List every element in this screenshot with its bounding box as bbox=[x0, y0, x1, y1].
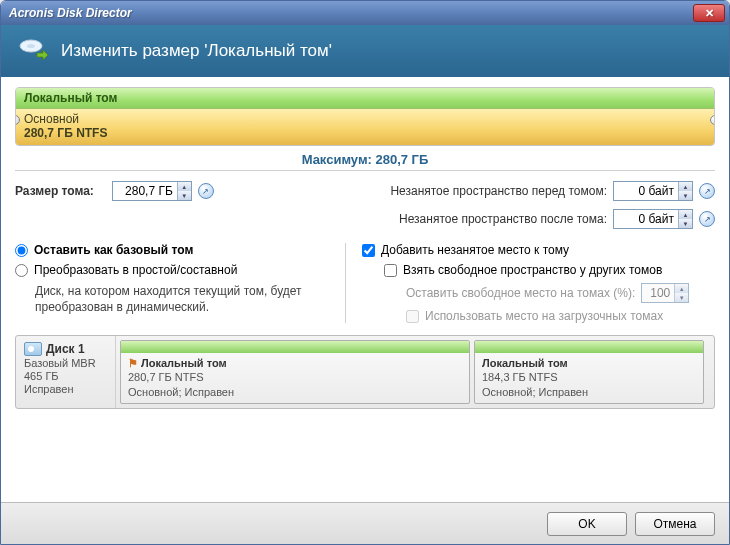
spinner-up-icon[interactable]: ▲ bbox=[679, 210, 692, 219]
volume-bar bbox=[121, 341, 469, 353]
dialog-footer: OK Отмена bbox=[1, 502, 729, 544]
radio-convert-label: Преобразовать в простой/составной bbox=[34, 263, 237, 277]
volume-name: Локальный том bbox=[482, 356, 696, 370]
disk-icon bbox=[24, 342, 42, 356]
check-add-free[interactable]: Добавить незанятое место к тому bbox=[362, 243, 715, 257]
volume-info-bar: Основной 280,7 ГБ NTFS bbox=[16, 109, 714, 145]
check-take-other-input[interactable] bbox=[384, 264, 397, 277]
volume-name-bar: Локальный том bbox=[16, 88, 714, 109]
leave-pct-input bbox=[642, 284, 674, 302]
check-add-free-label: Добавить незанятое место к тому bbox=[381, 243, 569, 257]
radio-keep-basic-label: Оставить как базовый том bbox=[34, 243, 193, 257]
disk-type: Базовый MBR bbox=[24, 357, 107, 369]
help-icon[interactable]: ↗ bbox=[699, 211, 715, 227]
disk-name: Диск 1 bbox=[46, 342, 85, 356]
leave-pct-label: Оставить свободное место на томах (%): bbox=[406, 286, 635, 300]
check-use-boot-input bbox=[406, 310, 419, 323]
close-button[interactable]: ✕ bbox=[693, 4, 725, 22]
volume-bar bbox=[475, 341, 703, 353]
volume-body: ⚑Локальный том280,7 ГБ NTFSОсновной; Исп… bbox=[121, 353, 469, 402]
volume-size-label: Размер тома: bbox=[15, 184, 94, 198]
volume-body: Локальный том184,3 ГБ NTFSОсновной; Испр… bbox=[475, 353, 703, 402]
volume-size-fs: 184,3 ГБ NTFS bbox=[482, 370, 696, 384]
volume-size-fs: 280,7 ГБ NTFS bbox=[128, 370, 462, 384]
dialog-header: Изменить размер 'Локальный том' bbox=[1, 25, 729, 77]
volume-size-input[interactable] bbox=[113, 182, 177, 200]
volume-name: ⚑Локальный том bbox=[128, 356, 462, 370]
radio-convert[interactable]: Преобразовать в простой/составной bbox=[15, 263, 335, 277]
disk-layout-panel: Диск 1 Базовый MBR 465 ГБ Исправен ⚑Лока… bbox=[15, 335, 715, 409]
volume-type-label: Основной bbox=[24, 112, 706, 126]
ok-button[interactable]: OK bbox=[547, 512, 627, 536]
app-window: Acronis Disk Director ✕ Изменить размер … bbox=[0, 0, 730, 545]
spinner-up-icon[interactable]: ▲ bbox=[679, 182, 692, 191]
close-icon: ✕ bbox=[705, 7, 714, 20]
resize-volume-icon bbox=[17, 37, 49, 65]
svg-point-1 bbox=[27, 44, 35, 48]
free-before-label: Незанятое пространство перед томом: bbox=[390, 184, 607, 198]
check-take-other[interactable]: Взять свободное пространство у других то… bbox=[384, 263, 715, 277]
spinner-down-icon[interactable]: ▼ bbox=[679, 191, 692, 200]
size-form: Размер тома: ▲ ▼ ↗ Незанятое пространств… bbox=[15, 181, 715, 229]
free-before-spinner[interactable]: ▲ ▼ bbox=[613, 181, 693, 201]
spinner-up-icon: ▲ bbox=[675, 284, 688, 293]
radio-convert-input[interactable] bbox=[15, 264, 28, 277]
spinner-down-icon[interactable]: ▼ bbox=[679, 219, 692, 228]
free-after-spinner[interactable]: ▲ ▼ bbox=[613, 209, 693, 229]
titlebar: Acronis Disk Director ✕ bbox=[1, 1, 729, 25]
check-add-free-input[interactable] bbox=[362, 244, 375, 257]
leave-pct-spinner: ▲ ▼ bbox=[641, 283, 689, 303]
volume-item[interactable]: Локальный том184,3 ГБ NTFSОсновной; Испр… bbox=[474, 340, 704, 404]
radio-keep-basic[interactable]: Оставить как базовый том bbox=[15, 243, 335, 257]
disk-size: 465 ГБ bbox=[24, 370, 107, 382]
cancel-button[interactable]: Отмена bbox=[635, 512, 715, 536]
slider-handle-left[interactable] bbox=[15, 115, 20, 125]
volume-status: Основной; Исправен bbox=[128, 385, 462, 399]
help-icon[interactable]: ↗ bbox=[198, 183, 214, 199]
volume-item[interactable]: ⚑Локальный том280,7 ГБ NTFSОсновной; Исп… bbox=[120, 340, 470, 404]
flag-icon: ⚑ bbox=[128, 357, 138, 369]
app-title: Acronis Disk Director bbox=[9, 6, 693, 20]
disk-info: Диск 1 Базовый MBR 465 ГБ Исправен bbox=[16, 336, 116, 408]
dialog-title: Изменить размер 'Локальный том' bbox=[61, 41, 332, 61]
disk-volumes: ⚑Локальный том280,7 ГБ NTFSОсновной; Исп… bbox=[116, 336, 714, 408]
check-use-boot-label: Использовать место на загрузочных томах bbox=[425, 309, 663, 323]
spinner-down-icon[interactable]: ▼ bbox=[178, 191, 191, 200]
free-after-label: Незанятое пространство после тома: bbox=[399, 212, 607, 226]
free-before-input[interactable] bbox=[614, 182, 678, 200]
volume-status: Основной; Исправен bbox=[482, 385, 696, 399]
volume-slider[interactable]: Локальный том Основной 280,7 ГБ NTFS bbox=[15, 87, 715, 146]
disk-status: Исправен bbox=[24, 383, 107, 395]
help-icon[interactable]: ↗ bbox=[699, 183, 715, 199]
radio-keep-basic-input[interactable] bbox=[15, 244, 28, 257]
spinner-up-icon[interactable]: ▲ bbox=[178, 182, 191, 191]
check-take-other-label: Взять свободное пространство у других то… bbox=[403, 263, 662, 277]
options-area: Оставить как базовый том Преобразовать в… bbox=[15, 243, 715, 323]
spinner-down-icon: ▼ bbox=[675, 293, 688, 302]
convert-hint: Диск, на котором находится текущий том, … bbox=[35, 283, 335, 315]
check-use-boot: Использовать место на загрузочных томах bbox=[406, 309, 715, 323]
free-after-input[interactable] bbox=[614, 210, 678, 228]
maximum-size-label: Максимум: 280,7 ГБ bbox=[15, 152, 715, 171]
leave-pct-row: Оставить свободное место на томах (%): ▲… bbox=[406, 283, 715, 303]
volume-size-spinner[interactable]: ▲ ▼ bbox=[112, 181, 192, 201]
volume-size-fs-label: 280,7 ГБ NTFS bbox=[24, 126, 706, 140]
content-area: Локальный том Основной 280,7 ГБ NTFS Мак… bbox=[1, 77, 729, 502]
slider-handle-right[interactable] bbox=[710, 115, 715, 125]
